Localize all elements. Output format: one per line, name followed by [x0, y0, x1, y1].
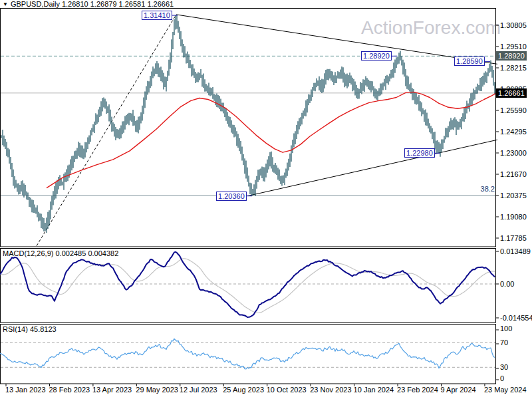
date-axis-label: 10 Jan 2024 [354, 386, 394, 394]
chevron-down-icon[interactable]: ▼ [3, 1, 8, 7]
pane-frame [1, 249, 496, 323]
rsi-axis-label: 70 [500, 338, 508, 346]
date-axis-label: 9 Apr 2024 [441, 386, 476, 394]
price-axis-label: 1.19080 [500, 213, 527, 221]
price-axis-tag: 1.28920 [496, 51, 527, 61]
price-axis-label: 1.25590 [500, 106, 527, 114]
rsi-axis-label: 30 [500, 363, 508, 371]
macd-pane-title: MACD(12,26,9) 0.002485 0.004382 [3, 249, 118, 257]
price-level-tag[interactable]: 1.28590 [454, 57, 485, 66]
date-axis-label: 28 Feb 2023 [49, 386, 90, 394]
macd-axis-label: -0.014554 [500, 314, 532, 322]
chart-window: ActionForex.com ▼GBPUSD,Daily 1.26810 1.… [0, 0, 532, 399]
date-axis-label: 25 Aug 2023 [223, 386, 264, 394]
price-level-tag[interactable]: 1.20360 [216, 192, 247, 201]
date-axis-label: 23 Feb 2024 [397, 386, 438, 394]
price-level-tag[interactable]: 1.28920 [361, 51, 392, 61]
moving-average-line [47, 92, 495, 188]
macd-axis-label: 0.00 [500, 280, 514, 288]
price-axis-label: 1.24295 [500, 128, 527, 136]
trendline[interactable] [176, 15, 497, 64]
macd-line [0, 252, 495, 317]
price-level-tag[interactable]: 1.31410 [142, 11, 172, 20]
price-axis-label: 1.17785 [500, 234, 527, 242]
macd-signal-line [0, 259, 495, 313]
fib-retracement-label: 38.2 [466, 185, 495, 193]
date-axis-label: 13 Apr 2023 [92, 386, 132, 394]
date-axis-label: 23 May 2024 [484, 386, 527, 394]
symbol-header: ▼GBPUSD,Daily 1.26810 1.26879 1.26581 1.… [3, 0, 174, 8]
pane-frame [1, 325, 496, 384]
price-axis-label: 1.29510 [500, 43, 527, 51]
chart-plot-area[interactable] [0, 0, 532, 399]
rsi-axis-label: 100 [500, 325, 512, 332]
price-axis-label: 1.21670 [500, 170, 527, 178]
price-axis-tag: 1.26661 [496, 88, 527, 98]
trendline[interactable] [248, 140, 497, 196]
macd-axis-label: 0.013489 [500, 247, 531, 255]
date-axis-label: 12 Jul 2023 [180, 386, 217, 394]
rsi-pane-title: RSI(14) 45.8123 [3, 325, 57, 333]
date-axis-label: 13 Jan 2023 [5, 386, 46, 394]
price-axis-label: 1.30805 [500, 21, 527, 29]
rsi-axis-label: 0 [500, 374, 504, 382]
price-axis-label: 1.28215 [500, 64, 527, 72]
date-axis-label: 29 May 2023 [136, 386, 178, 394]
symbol-ohlc-text: GBPUSD,Daily 1.26810 1.26879 1.26581 1.2… [11, 0, 174, 8]
date-axis-label: 23 Nov 2023 [310, 386, 351, 394]
rsi-line [0, 338, 495, 368]
date-axis-label: 10 Oct 2023 [267, 386, 307, 394]
price-axis-label: 1.23000 [500, 149, 527, 157]
price-level-tag[interactable]: 1.22980 [404, 148, 435, 158]
price-axis-label: 1.20375 [500, 192, 527, 200]
